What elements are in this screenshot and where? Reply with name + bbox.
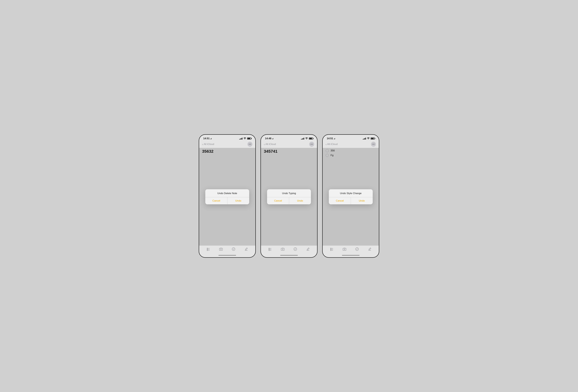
back-label-1: All iCloud <box>204 143 214 146</box>
menu-button-2[interactable]: ••• <box>309 142 314 147</box>
home-bar-2 <box>280 255 298 256</box>
undo-button-1[interactable]: Undo <box>227 197 249 204</box>
status-time-2: 14:48 ⊿ <box>265 137 274 140</box>
screenshot-container: 14:51 ⊿ <box>199 134 379 258</box>
svg-point-2 <box>207 249 208 250</box>
svg-point-18 <box>331 248 331 249</box>
wifi-icon-2 <box>305 137 308 140</box>
menu-button-1[interactable]: ••• <box>247 142 252 147</box>
compose-icon-3[interactable] <box>367 247 372 252</box>
dialog-overlay-3: Undo Style Change Cancel Undo <box>323 148 379 246</box>
checklist-icon-3[interactable] <box>330 247 334 252</box>
back-arrow-icon-2: ‹ <box>264 143 265 146</box>
menu-dots-icon-2: ••• <box>310 143 313 145</box>
battery-icon-3 <box>371 137 375 139</box>
back-arrow-icon-1: ‹ <box>202 143 203 146</box>
home-indicator-3 <box>323 253 379 257</box>
dialog-title-1: Undo Delete Note <box>205 189 249 197</box>
menu-dots-icon-1: ••• <box>249 143 251 145</box>
dialog-buttons-1: Cancel Undo <box>205 197 249 204</box>
signal-icon-1 <box>239 137 242 139</box>
bottom-toolbar-3 <box>323 246 379 253</box>
camera-icon-3[interactable] <box>342 247 347 252</box>
dialog-title-2: Undo Typing <box>267 189 311 197</box>
bottom-toolbar-1 <box>199 246 255 253</box>
status-time-3: 14:51 ⊿ <box>327 137 335 140</box>
svg-point-9 <box>269 248 270 249</box>
status-bar-1: 14:51 ⊿ <box>199 135 255 141</box>
nav-bar-2: ‹ All iCloud ••• <box>261 141 317 148</box>
signal-icon-2 <box>301 137 304 139</box>
svg-point-11 <box>269 249 270 250</box>
svg-point-13 <box>269 250 270 251</box>
status-time-1: 14:51 ⊿ <box>203 137 212 140</box>
undo-button-2[interactable]: Undo <box>289 197 311 204</box>
battery-icon-2 <box>309 137 313 139</box>
status-icons-2 <box>301 137 313 140</box>
bottom-toolbar-2 <box>261 246 317 253</box>
phone-2: 14:48 ⊿ <box>260 134 318 258</box>
dialog-buttons-3: Cancel Undo <box>329 197 373 204</box>
phone-1: 14:51 ⊿ <box>199 134 256 258</box>
checklist-icon-1[interactable] <box>206 247 211 252</box>
menu-dots-icon-3: ••• <box>372 143 375 145</box>
dialog-overlay-1: Undo Delete Note Cancel Undo <box>199 148 255 246</box>
status-icons-3 <box>363 137 375 140</box>
compose-icon-2[interactable] <box>305 247 310 252</box>
back-label-2: All iCloud <box>265 143 276 146</box>
svg-point-22 <box>331 250 331 251</box>
dialog-box-2: Undo Typing Cancel Undo <box>267 189 311 204</box>
status-icons-1 <box>239 137 251 140</box>
markup-icon-2[interactable] <box>293 247 298 252</box>
signal-icon-3 <box>363 137 366 139</box>
home-indicator-2 <box>261 253 317 257</box>
svg-point-4 <box>207 250 208 251</box>
time-label-2: 14:48 <box>265 137 271 140</box>
dialog-buttons-2: Cancel Undo <box>267 197 311 204</box>
dialog-box-3: Undo Style Change Cancel Undo <box>329 189 373 204</box>
back-arrow-icon-3: ‹ <box>326 143 327 146</box>
wifi-icon-3 <box>367 137 370 140</box>
camera-icon-1[interactable] <box>219 247 223 252</box>
dialog-overlay-2: Undo Typing Cancel Undo <box>261 148 317 246</box>
svg-point-15 <box>282 249 283 250</box>
menu-button-3[interactable]: ••• <box>371 142 376 147</box>
status-bar-3: 14:51 ⊿ <box>323 135 379 141</box>
markup-icon-1[interactable] <box>231 247 236 252</box>
status-bar-2: 14:48 ⊿ <box>261 135 317 141</box>
svg-point-0 <box>207 248 208 249</box>
compose-icon-1[interactable] <box>244 247 248 252</box>
dialog-box-1: Undo Delete Note Cancel Undo <box>205 189 249 204</box>
undo-button-3[interactable]: Undo <box>351 197 373 204</box>
content-area-1: 35632 Undo Delete Note Cancel Undo <box>199 148 255 246</box>
content-area-3: 356 Fg Undo Style Change Cancel Undo <box>323 148 379 246</box>
svg-point-6 <box>221 249 222 250</box>
battery-icon-1 <box>247 137 251 139</box>
home-bar-1 <box>218 255 236 256</box>
cancel-button-1[interactable]: Cancel <box>205 197 227 204</box>
back-button-3[interactable]: ‹ All iCloud <box>326 143 337 146</box>
content-area-2: 345741 Undo Typing Cancel Undo <box>261 148 317 246</box>
cancel-button-2[interactable]: Cancel <box>267 197 289 204</box>
nav-bar-1: ‹ All iCloud ••• <box>199 141 255 148</box>
phone-3: 14:51 ⊿ <box>322 134 379 258</box>
back-button-1[interactable]: ‹ All iCloud <box>202 143 214 146</box>
camera-icon-2[interactable] <box>280 247 285 252</box>
time-label-1: 14:51 <box>203 137 210 140</box>
checklist-icon-2[interactable] <box>268 247 273 252</box>
wifi-icon-1 <box>244 137 246 140</box>
svg-point-24 <box>344 249 345 250</box>
back-label-3: All iCloud <box>327 143 338 146</box>
location-icon-3: ⊿ <box>334 137 335 140</box>
home-bar-3 <box>342 255 360 256</box>
location-icon-2: ⊿ <box>272 137 274 140</box>
home-indicator-1 <box>199 253 255 257</box>
location-icon-1: ⊿ <box>210 137 212 140</box>
back-button-2[interactable]: ‹ All iCloud <box>264 143 276 146</box>
time-label-3: 14:51 <box>327 137 333 140</box>
nav-bar-3: ‹ All iCloud ••• <box>323 141 379 148</box>
dialog-title-3: Undo Style Change <box>329 189 373 197</box>
markup-icon-3[interactable] <box>355 247 359 252</box>
svg-point-20 <box>331 249 331 250</box>
cancel-button-3[interactable]: Cancel <box>329 197 351 204</box>
